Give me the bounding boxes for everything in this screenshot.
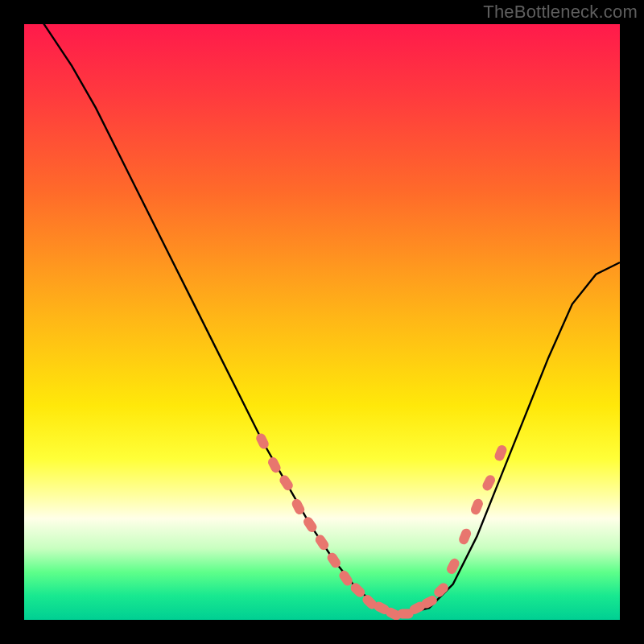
marker-dot [313, 533, 330, 551]
chart-frame: TheBottleneck.com [0, 0, 644, 644]
marker-dot [254, 431, 270, 450]
marker-dot [481, 473, 497, 492]
marker-dot [302, 515, 319, 534]
curve-layer [24, 24, 620, 620]
marker-dot [469, 497, 485, 516]
marker-dot [457, 527, 473, 546]
marker-dot [432, 581, 451, 600]
watermark-text: TheBottleneck.com [483, 2, 638, 23]
highlighted-range [254, 431, 508, 620]
plot-area [24, 24, 620, 620]
bottleneck-curve [24, 24, 620, 614]
marker-dot [493, 444, 509, 462]
marker-dot [278, 473, 295, 492]
